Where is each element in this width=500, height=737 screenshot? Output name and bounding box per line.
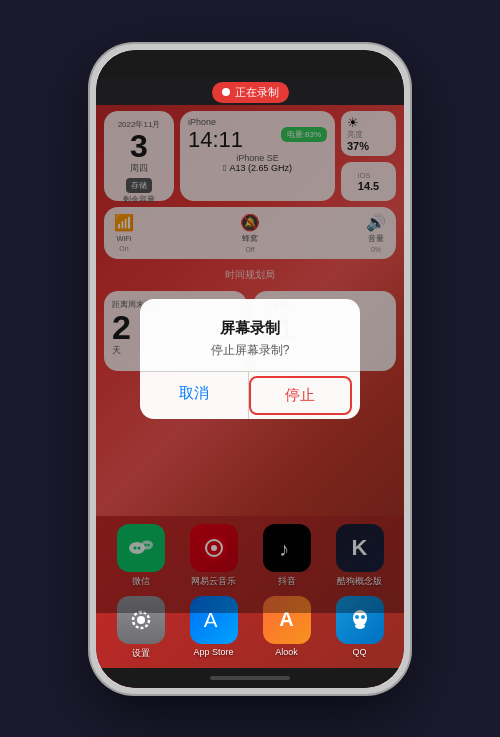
cancel-button[interactable]: 取消 bbox=[140, 372, 249, 419]
dialog-content: 屏幕录制 停止屏幕录制? bbox=[140, 299, 360, 371]
recording-label: 正在录制 bbox=[235, 85, 279, 100]
appstore-label: App Store bbox=[193, 647, 233, 657]
phone-frame: 正在录制 2022年11月 3 周四 存储 剩余容量 34.60 GB bbox=[90, 44, 410, 694]
volume-mute-button[interactable] bbox=[90, 150, 92, 178]
svg-point-10 bbox=[137, 616, 145, 624]
dialog-buttons: 取消 停止 bbox=[140, 371, 360, 419]
recording-dot-icon bbox=[222, 88, 230, 96]
stop-button[interactable]: 停止 bbox=[249, 376, 353, 415]
home-indicator bbox=[210, 676, 290, 680]
volume-down-button[interactable] bbox=[90, 248, 92, 298]
svg-point-14 bbox=[355, 623, 365, 629]
notch bbox=[200, 50, 300, 72]
alook-label: Alook bbox=[275, 647, 298, 657]
qq-label: QQ bbox=[352, 647, 366, 657]
dialog-subtitle: 停止屏幕录制? bbox=[156, 342, 344, 359]
dialog-overlay: 屏幕录制 停止屏幕录制? 取消 停止 bbox=[96, 105, 404, 613]
recording-bar: 正在录制 bbox=[96, 78, 404, 105]
svg-point-15 bbox=[355, 615, 359, 619]
recording-indicator[interactable]: 正在录制 bbox=[212, 82, 289, 103]
phone-screen: 正在录制 2022年11月 3 周四 存储 剩余容量 34.60 GB bbox=[96, 50, 404, 688]
settings-label: 设置 bbox=[132, 647, 150, 660]
notch-area bbox=[96, 50, 404, 78]
svg-point-16 bbox=[361, 615, 365, 619]
volume-up-button[interactable] bbox=[90, 188, 92, 238]
wallpaper: 2022年11月 3 周四 存储 剩余容量 34.60 GB i bbox=[96, 105, 404, 613]
home-bar bbox=[96, 668, 404, 688]
stop-recording-dialog: 屏幕录制 停止屏幕录制? 取消 停止 bbox=[140, 299, 360, 419]
power-button[interactable] bbox=[408, 200, 410, 270]
dialog-title: 屏幕录制 bbox=[156, 319, 344, 338]
